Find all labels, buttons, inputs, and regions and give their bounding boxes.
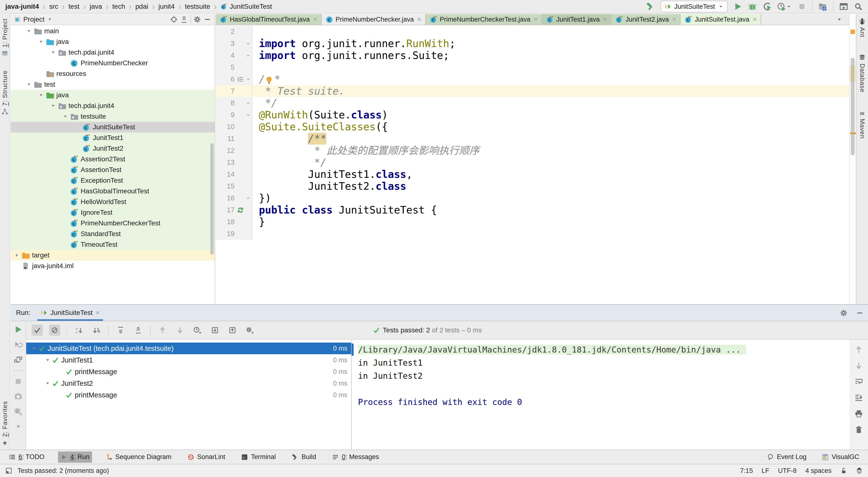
test-result-row[interactable]: printMessage0 ms [26, 366, 351, 377]
expand-all-button[interactable] [115, 325, 126, 336]
editor-line[interactable]: 6/* [216, 73, 849, 85]
chevron-down-icon[interactable] [50, 103, 56, 109]
editor-tab[interactable]: CPrimeNumberCheckerTest.java× [426, 14, 542, 25]
chevron-down-icon[interactable] [26, 81, 32, 87]
status-bar-widget[interactable]: UTF-8 [778, 467, 797, 475]
run-anything-button[interactable] [839, 2, 848, 11]
panel-settings-button[interactable] [193, 15, 201, 23]
breadcrumb-item[interactable]: test [68, 3, 80, 10]
fold-end-icon[interactable] [245, 53, 251, 59]
toggle-auto-test-button[interactable] [14, 355, 23, 364]
editor-scrollbar-thumb[interactable] [851, 58, 855, 155]
error-stripe-warning-mark[interactable] [850, 133, 856, 134]
status-bar-widget[interactable]: 4 spaces [805, 467, 832, 475]
editor-line[interactable]: 16}) [216, 192, 849, 204]
tool-window-bar-item[interactable]: >_Terminal [239, 451, 278, 463]
clear-console-button[interactable] [855, 425, 863, 434]
tool-window-bar-item[interactable]: 0: Messages [330, 451, 381, 463]
tree-row[interactable]: test [11, 79, 215, 90]
chevron-down-icon[interactable] [47, 16, 53, 22]
run-configuration-select[interactable]: JunitSuiteTest [660, 1, 727, 12]
editor-tab[interactable]: CJunitSuiteTest.java× [681, 14, 761, 25]
project-tree-scrollbar[interactable] [210, 143, 214, 255]
scroll-to-end-button[interactable] [855, 394, 863, 402]
tree-row[interactable]: CJunitTest2 [11, 143, 215, 154]
editor-line[interactable]: 9@RunWith(Suite.class) [216, 109, 849, 121]
run-class-gutter-icon[interactable] [237, 206, 244, 214]
show-passed-toggle[interactable] [32, 325, 43, 336]
chevron-down-icon[interactable] [50, 49, 56, 55]
test-history-button[interactable] [192, 325, 203, 336]
profiler-button[interactable] [777, 2, 792, 11]
editor-error-stripe[interactable] [849, 14, 856, 304]
fold-end-icon[interactable] [245, 195, 251, 201]
tool-window-bar-item[interactable]: 4: Run [58, 451, 92, 463]
intention-bulb-icon[interactable] [265, 76, 273, 84]
editor-tab[interactable]: CPrimeNumberChecker.java× [321, 14, 426, 25]
rerun-button[interactable] [14, 325, 23, 334]
chevron-down-icon[interactable] [31, 345, 37, 351]
status-bar-widget[interactable]: LF [762, 467, 769, 475]
search-everywhere-button[interactable] [854, 2, 863, 11]
lock-open-icon[interactable] [840, 467, 847, 474]
code-editor[interactable]: 23import org.junit.runner.RunWith;4impor… [216, 26, 849, 304]
tool-window-bar-item[interactable]: SonarLint [185, 451, 228, 463]
chevron-down-icon[interactable] [45, 380, 51, 386]
editor-line[interactable]: 17public class JunitSuiteTest { [216, 204, 849, 216]
tree-row[interactable]: CJunitTest1 [11, 133, 215, 143]
run-console[interactable]: /Library/Java/JavaVirtualMachines/jdk1.8… [351, 340, 849, 450]
show-ignored-toggle[interactable] [49, 325, 60, 336]
tool-window-bar-item[interactable]: Event Log [765, 451, 809, 463]
import-tests-button[interactable] [209, 325, 220, 336]
select-opened-file-button[interactable] [170, 15, 178, 23]
tool-window-bar-item[interactable]: 6: TODO [6, 451, 47, 463]
fold-start-icon[interactable] [245, 76, 251, 82]
build-hammer-button[interactable] [646, 2, 655, 11]
tree-row[interactable]: main [11, 26, 215, 36]
breadcrumb-item[interactable]: testsuite [185, 3, 210, 10]
fold-start-icon[interactable] [245, 41, 251, 46]
test-settings-button[interactable] [244, 325, 255, 336]
tool-window-button[interactable]: Ant [859, 18, 866, 37]
hidden-tabs-chevron-icon[interactable] [836, 16, 843, 23]
editor-line[interactable]: 14 JunitTest1.class, [216, 168, 849, 180]
tool-window-button[interactable]: mMaven [859, 109, 866, 139]
hide-run-panel-button[interactable] [856, 309, 864, 317]
editor-line[interactable]: 10@Suite.SuiteClasses({ [216, 121, 849, 133]
editor-line[interactable]: 3import org.junit.runner.RunWith; [216, 38, 849, 49]
close-icon[interactable]: × [753, 15, 757, 23]
sort-by-duration-button[interactable] [91, 325, 102, 336]
tree-row[interactable]: tech.pdai.junit4 [11, 47, 215, 58]
export-tests-button[interactable] [227, 325, 238, 336]
sort-alphabetically-button[interactable]: az [73, 325, 85, 336]
editor-line[interactable]: 5 [216, 61, 849, 73]
editor-line[interactable]: 8 */ [216, 97, 849, 109]
tree-row[interactable]: CHasGlobalTimeoutTest [11, 186, 215, 197]
breadcrumb-item[interactable]: junit4 [158, 3, 175, 10]
close-icon[interactable]: × [603, 15, 607, 23]
tree-row[interactable]: CTimeoutTest [11, 239, 215, 250]
close-icon[interactable]: × [313, 15, 317, 23]
breadcrumb-item[interactable]: pdai [135, 3, 148, 10]
editor-line[interactable]: 13 */ [216, 157, 849, 168]
test-result-row[interactable]: JunitTest10 ms [26, 354, 351, 366]
editor-line[interactable]: 12 * 此处类的配置顺序会影响执行顺序 [216, 145, 849, 157]
tree-row[interactable]: CStandardTest [11, 229, 215, 239]
editor-line[interactable]: 2 [216, 26, 849, 38]
collapse-all-button[interactable] [180, 15, 188, 23]
chevron-down-icon[interactable] [62, 113, 68, 120]
collapse-all-button[interactable] [133, 325, 144, 336]
close-icon[interactable]: × [95, 309, 99, 317]
tree-row[interactable]: CHelloWorldTest [11, 197, 215, 207]
tool-window-button[interactable]: 2: Favorites★ [1, 401, 9, 446]
tree-row[interactable]: java [11, 36, 215, 47]
tree-row[interactable]: resources [11, 68, 215, 79]
print-button[interactable] [855, 410, 863, 418]
highlighting-level-icon[interactable] [856, 467, 863, 474]
editor-line[interactable]: 19 [216, 228, 849, 240]
tree-row[interactable]: CJunitSuiteTest [11, 122, 215, 133]
chevron-down-icon[interactable] [26, 28, 32, 34]
tree-row[interactable]: target [11, 250, 215, 261]
close-icon[interactable]: × [417, 15, 421, 23]
tree-row[interactable]: CAssertion2Test [11, 154, 215, 165]
